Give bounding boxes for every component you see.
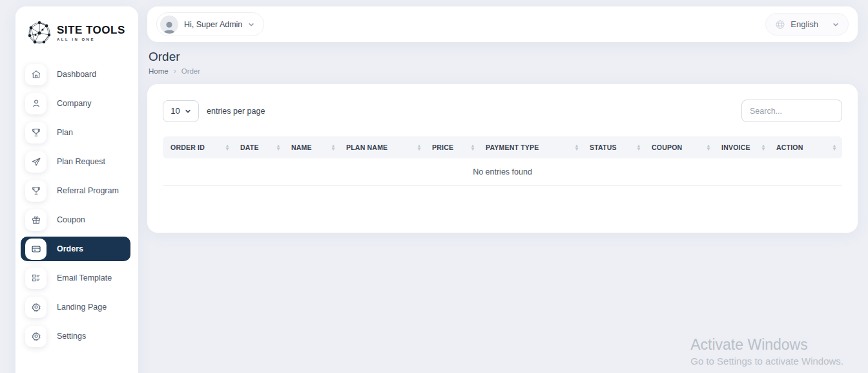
sidebar-item-plan-request[interactable]: Plan Request — [21, 149, 130, 174]
gear-icon — [25, 297, 46, 318]
user-greeting: Hi, Super Admin — [184, 20, 242, 29]
sort-icon[interactable]: ▲▼ — [417, 144, 422, 151]
entries-select-value: 10 — [170, 106, 180, 116]
chevron-down-icon — [248, 21, 254, 28]
column-header-status[interactable]: Status▲▼ — [584, 136, 646, 158]
sort-icon[interactable]: ▲▼ — [225, 144, 230, 151]
template-icon — [25, 268, 46, 289]
sidebar-item-landing-page[interactable]: Landing Page — [21, 295, 130, 319]
chevron-down-icon — [832, 21, 839, 28]
breadcrumb: Home › Order — [149, 67, 856, 76]
language-label: English — [790, 19, 818, 29]
sidebar-item-dashboard[interactable]: Dashboard — [21, 62, 130, 87]
column-header-action[interactable]: Action▲▼ — [771, 136, 842, 158]
orders-table: Order Id▲▼ Date▲▼ Name▲▼ Plan Name▲▼ Pri… — [163, 136, 842, 186]
page-header: Order Home › Order — [147, 42, 858, 76]
home-icon — [25, 64, 46, 85]
column-header-invoice[interactable]: Invoice▲▼ — [716, 136, 771, 158]
sidebar-item-plan[interactable]: Plan — [21, 120, 130, 145]
table-controls: 10 entries per page — [163, 100, 842, 122]
breadcrumb-separator-icon: › — [174, 67, 176, 76]
user-icon — [25, 93, 46, 114]
sort-icon[interactable]: ▲▼ — [761, 144, 766, 151]
user-menu[interactable]: Hi, Super Admin — [156, 12, 264, 36]
logo-tagline: ALL IN ONE — [57, 37, 125, 41]
empty-message: No entries found — [163, 158, 842, 186]
sort-icon[interactable]: ▲▼ — [706, 144, 711, 151]
trophy-icon — [25, 180, 46, 202]
entries-per-page: 10 entries per page — [163, 100, 265, 122]
sidebar-item-email-template[interactable]: Email Template — [21, 266, 130, 290]
table-header-row: Order Id▲▼ Date▲▼ Name▲▼ Plan Name▲▼ Pri… — [163, 136, 842, 158]
language-selector[interactable]: English — [765, 13, 849, 36]
trophy-icon — [25, 122, 46, 144]
column-header-price[interactable]: Price▲▼ — [427, 136, 480, 158]
main-area: Hi, Super Admin English Order Home › Ord… — [147, 0, 858, 373]
sort-icon[interactable]: ▲▼ — [574, 144, 579, 151]
breadcrumb-current: Order — [181, 67, 200, 75]
breadcrumb-home-link[interactable]: Home — [149, 67, 169, 75]
avatar — [160, 16, 178, 34]
send-icon — [25, 151, 46, 173]
sort-icon[interactable]: ▲▼ — [636, 144, 641, 151]
sort-icon[interactable]: ▲▼ — [470, 144, 475, 151]
page-title: Order — [149, 50, 856, 64]
gear-icon — [25, 326, 46, 347]
sidebar-item-settings[interactable]: Settings — [21, 324, 130, 348]
gift-icon — [25, 209, 46, 231]
column-header-payment-type[interactable]: Payment Type▲▼ — [480, 136, 584, 158]
column-header-coupon[interactable]: Coupon▲▼ — [646, 136, 716, 158]
sidebar-menu: Dashboard Company Plan Plan Request Refe… — [16, 62, 138, 348]
logo-title: SITE TOOLS — [57, 25, 125, 36]
sort-icon[interactable]: ▲▼ — [832, 144, 837, 151]
sort-icon[interactable]: ▲▼ — [276, 144, 281, 151]
logo: SITE TOOLS ALL IN ONE — [16, 16, 138, 57]
entries-select[interactable]: 10 — [163, 100, 199, 122]
entries-label: entries per page — [207, 107, 265, 116]
chevron-down-icon — [185, 108, 191, 114]
search-input[interactable] — [741, 100, 842, 122]
sidebar-item-coupon[interactable]: Coupon — [21, 208, 130, 232]
orders-table-card: 10 entries per page Order Id▲▼ Date▲▼ Na… — [147, 84, 858, 233]
sort-icon[interactable]: ▲▼ — [331, 144, 336, 151]
topbar: Hi, Super Admin English — [147, 6, 858, 42]
column-header-name[interactable]: Name▲▼ — [286, 136, 341, 158]
credit-card-icon — [25, 239, 46, 260]
column-header-order-id[interactable]: Order Id▲▼ — [163, 136, 235, 158]
sidebar-item-orders[interactable]: Orders — [21, 237, 130, 261]
sidebar-item-referral-program[interactable]: Referral Program — [21, 178, 130, 203]
sidebar-item-company[interactable]: Company — [21, 91, 130, 116]
empty-row: No entries found — [163, 158, 842, 186]
column-header-date[interactable]: Date▲▼ — [235, 136, 286, 158]
globe-icon — [775, 19, 785, 30]
logo-network-icon — [25, 18, 54, 48]
sidebar: SITE TOOLS ALL IN ONE Dashboard Company … — [16, 6, 138, 373]
column-header-plan-name[interactable]: Plan Name▲▼ — [341, 136, 427, 158]
